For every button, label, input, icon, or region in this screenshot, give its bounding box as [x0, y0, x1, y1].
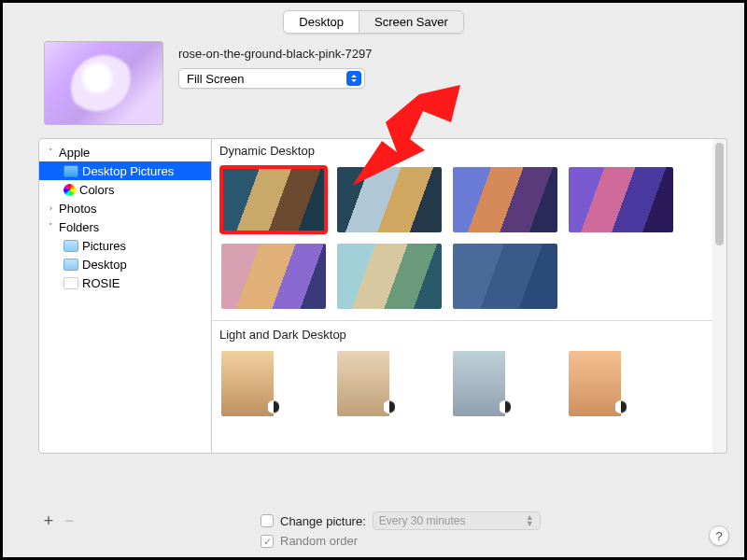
lightdark-icon — [499, 400, 512, 413]
sidebar-item-rosie[interactable]: ROSIE — [39, 273, 211, 292]
sidebar-item-label: Desktop — [82, 258, 127, 272]
current-wallpaper-info: rose-on-the-ground-black-pink-7297 Fill … — [178, 41, 372, 89]
lightdark-icon — [267, 400, 280, 413]
main-split: ˅ Apple Desktop Pictures Colors › Photos… — [3, 138, 744, 454]
wallpaper-thumb[interactable] — [337, 351, 442, 416]
sidebar-item-desktop-folder[interactable]: Desktop — [39, 255, 211, 273]
chevron-down-icon: ˅ — [47, 147, 55, 157]
document-icon — [63, 277, 78, 289]
sidebar-item-label: Pictures — [82, 239, 126, 253]
current-wallpaper-header: rose-on-the-ground-black-pink-7297 Fill … — [3, 39, 744, 138]
current-wallpaper-thumbnail — [44, 41, 163, 125]
sidebar-item-label: ROSIE — [82, 276, 120, 290]
desktop-prefs-window: Desktop Screen Saver rose-on-the-ground-… — [0, 0, 747, 560]
wallpaper-thumb[interactable] — [221, 351, 326, 416]
wallpaper-thumb[interactable] — [569, 351, 673, 416]
wallpaper-thumb[interactable] — [453, 167, 557, 232]
folder-icon — [63, 240, 78, 252]
lightdark-icon — [614, 400, 627, 413]
random-order-checkbox — [261, 535, 274, 548]
updown-icon — [346, 71, 361, 86]
content-scrollbar[interactable] — [712, 138, 727, 454]
dynamic-desktop-grid — [212, 161, 712, 318]
tab-desktop[interactable]: Desktop — [284, 11, 359, 33]
sidebar-item-pictures[interactable]: Pictures — [39, 236, 211, 255]
footer-options: Change picture: Every 30 minutes ▲▼ Rand… — [261, 511, 541, 548]
lightdark-icon — [383, 400, 396, 413]
sidebar-group-label: Folders — [59, 220, 99, 234]
tab-bar: Desktop Screen Saver — [3, 3, 744, 39]
content-wrap: Dynamic Desktop Light and Dark Desktop — [212, 138, 727, 454]
fit-mode-value: Fill Screen — [187, 72, 244, 86]
section-title-lightdark: Light and Dark Desktop — [212, 323, 712, 345]
sidebar-item-label: Desktop Pictures — [82, 164, 174, 178]
wallpaper-content: Dynamic Desktop Light and Dark Desktop — [212, 138, 712, 454]
random-order-label: Random order — [280, 534, 358, 548]
lightdark-desktop-grid — [212, 345, 712, 426]
wallpaper-thumb[interactable] — [569, 167, 673, 232]
sidebar-group-folders[interactable]: ˅ Folders — [39, 217, 211, 236]
sidebar-group-photos[interactable]: › Photos — [39, 199, 211, 217]
section-title-dynamic: Dynamic Desktop — [212, 139, 712, 161]
folder-icon — [63, 165, 78, 177]
wallpaper-thumb[interactable] — [221, 167, 326, 232]
chevron-down-icon: ˅ — [47, 222, 55, 231]
footer-controls: + − Change picture: Every 30 minutes ▲▼ … — [3, 504, 744, 557]
wallpaper-thumb[interactable] — [453, 244, 557, 309]
color-wheel-icon — [63, 184, 76, 196]
sidebar-item-label: Colors — [79, 183, 115, 197]
wallpaper-thumb[interactable] — [221, 244, 326, 309]
change-picture-checkbox[interactable] — [261, 514, 274, 527]
tab-screensaver[interactable]: Screen Saver — [359, 11, 463, 33]
source-sidebar: ˅ Apple Desktop Pictures Colors › Photos… — [38, 138, 212, 454]
folder-icon — [63, 259, 78, 271]
random-order-row: Random order — [261, 534, 541, 548]
change-interval-value: Every 30 minutes — [379, 514, 466, 527]
sidebar-group-apple[interactable]: ˅ Apple — [39, 143, 211, 161]
add-folder-button[interactable]: + — [38, 511, 59, 530]
scrollbar-thumb[interactable] — [715, 143, 724, 245]
sidebar-group-label: Photos — [59, 202, 96, 216]
change-picture-row: Change picture: Every 30 minutes ▲▼ — [261, 511, 541, 530]
tab-group: Desktop Screen Saver — [283, 10, 463, 34]
change-interval-dropdown[interactable]: Every 30 minutes ▲▼ — [373, 511, 541, 530]
sidebar-item-desktop-pictures[interactable]: Desktop Pictures — [39, 161, 211, 180]
fit-mode-dropdown[interactable]: Fill Screen — [178, 68, 365, 89]
sidebar-group-label: Apple — [59, 146, 90, 160]
wallpaper-thumb[interactable] — [337, 167, 442, 232]
help-button[interactable]: ? — [709, 525, 729, 546]
wallpaper-thumb[interactable] — [337, 244, 442, 309]
sidebar-item-colors[interactable]: Colors — [39, 180, 211, 199]
wallpaper-thumb[interactable] — [453, 351, 557, 416]
current-wallpaper-title: rose-on-the-ground-black-pink-7297 — [178, 47, 372, 61]
updown-icon: ▲▼ — [526, 514, 534, 527]
add-remove-group: + − — [38, 511, 79, 530]
remove-folder-button[interactable]: − — [59, 511, 79, 530]
chevron-right-icon: › — [47, 203, 55, 213]
section-divider — [212, 320, 712, 321]
change-picture-label: Change picture: — [280, 514, 366, 528]
